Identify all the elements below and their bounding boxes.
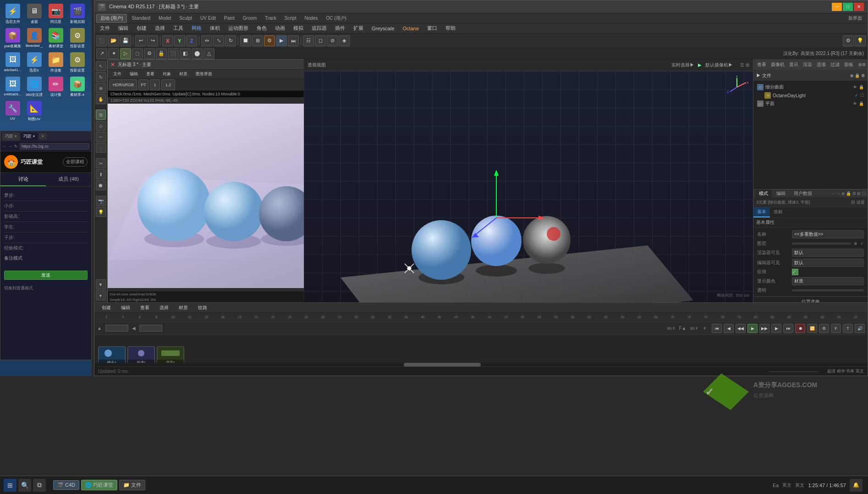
move-btn[interactable]: ⇔ (201, 35, 212, 46)
render-view-menu[interactable]: 查看 (143, 70, 158, 78)
tool-down-2[interactable]: ▾ (96, 290, 106, 300)
plane-lock[interactable]: 🔒 (859, 101, 864, 106)
z-axis[interactable]: Z (186, 35, 197, 46)
desktop-icon-9[interactable]: ⚡ 迅雷X (24, 51, 44, 74)
taskbar-explorer-btn[interactable]: 📁 文件 (119, 480, 145, 490)
deselect-btn[interactable]: ◻ (315, 35, 326, 46)
subtab-basic[interactable]: 基本 (753, 207, 770, 217)
tool-select[interactable]: ⊞ (96, 110, 106, 120)
render-all-btn[interactable]: ⏭ (288, 35, 299, 46)
groom-menu[interactable]: Groom (239, 15, 261, 22)
greyscale-menu[interactable]: Greyscale (368, 25, 398, 32)
tree-eye-icon[interactable]: 👁 (853, 85, 857, 89)
default-btn[interactable]: 回 设置 (851, 200, 865, 205)
oc-menu[interactable]: OC (用户) (322, 14, 350, 22)
render-object-menu[interactable]: 对象 (159, 70, 175, 78)
desktop-icon-bearded[interactable]: 👤 Bearded _ (24, 27, 44, 50)
desktop-icon-1[interactable]: 🖥 桌面 (24, 2, 44, 26)
desktop-icon-13[interactable]: 🌐 360全沉浸 (24, 75, 44, 99)
tools-menu[interactable]: 工具 (170, 24, 187, 33)
next-frame-btn[interactable]: ▶ (771, 324, 781, 333)
save-btn[interactable]: 💾 (120, 35, 131, 46)
undo-btn[interactable]: ↩ (135, 35, 146, 46)
redo-btn[interactable]: ↪ (147, 35, 158, 46)
tool-point[interactable]: · (96, 143, 106, 153)
back-icon[interactable]: ← (2, 144, 6, 149)
tree-item-subdivision[interactable]: ◇ 细分曲面 👁 🔒 (755, 83, 866, 91)
tool-camera[interactable]: 📷 (96, 196, 106, 206)
scale-btn[interactable]: ⤡ (213, 35, 224, 46)
sculpt-menu[interactable]: Sculpt (176, 15, 196, 22)
prop-tab-mode[interactable]: 模式 (755, 189, 772, 198)
simulate-menu[interactable]: 模拟 (290, 24, 307, 33)
y-axis[interactable]: Y (174, 35, 185, 46)
desktop-icon-0[interactable]: ⚡ 迅雷文件 (2, 2, 23, 26)
desktop-icon-16[interactable]: 🔧 UV (2, 100, 23, 123)
tool-edge[interactable]: ─ (96, 132, 106, 142)
tl-material-menu[interactable]: 材质 (175, 304, 192, 312)
right-display-menu[interactable]: 显示 (787, 61, 800, 68)
clip-1[interactable]: 镜头1 (98, 346, 126, 365)
desktop-icon-10[interactable]: 📁 作业集 (45, 51, 66, 74)
right-render-menu[interactable]: 渲染 (801, 61, 814, 68)
expand-menu[interactable]: 扩展 (350, 24, 367, 33)
sidebar-tab-members[interactable]: 成员 (48) (46, 173, 91, 186)
camera-label[interactable]: 默认摄像机▶ (705, 62, 733, 68)
current-frame-input[interactable]: 0 F (105, 325, 128, 332)
select-all-btn[interactable]: ☷ (303, 35, 314, 46)
octane-vis-btn[interactable]: ✓ (855, 93, 858, 98)
desktop-icon-14[interactable]: ✏ 设计集 (45, 75, 66, 99)
right-filter-menu[interactable]: 过滤 (829, 61, 841, 68)
tool-move[interactable]: ↖ (96, 61, 106, 71)
play-back-btn[interactable]: ◀◀ (736, 324, 746, 333)
desktop-icon-8[interactable]: 🖼 adc0a41... (2, 51, 23, 74)
invert-btn[interactable]: ⊘ (327, 35, 338, 46)
plugin-menu[interactable]: 插件 (331, 24, 349, 33)
desktop-icon-6[interactable]: 📚 素材课堂 (45, 27, 66, 50)
desktop-icon-12[interactable]: 🖼 e490a09... (2, 75, 23, 99)
name-value[interactable]: <<多重数值>> (792, 230, 864, 239)
render-edit-menu[interactable]: 编辑 (126, 70, 142, 78)
tool-extrude[interactable]: ⬆ (96, 169, 106, 179)
goto-start-btn[interactable]: ⏮ (712, 324, 722, 333)
nodes-menu[interactable]: Nodes (301, 15, 322, 22)
render-view-btn[interactable]: ▶ (276, 35, 287, 46)
new-btn[interactable]: ⬛ (96, 35, 107, 46)
rendervis-value[interactable]: 默认 (792, 249, 864, 257)
apply-checkbox[interactable]: ✓ (792, 269, 798, 275)
tracker-menu[interactable]: 追踪器 (308, 24, 330, 33)
tl-create-menu[interactable]: 创建 (98, 304, 115, 312)
notification-btn[interactable]: 🔔 (850, 479, 863, 492)
desktop-icon-15[interactable]: 📦 素材库-4 (67, 75, 88, 99)
tool-c[interactable]: ▷ (120, 48, 131, 59)
desktop-icon-3[interactable]: 🎬 影视后期 (67, 2, 88, 26)
time-btn[interactable]: T (843, 324, 853, 333)
tree-lock-icon[interactable]: 🔒 (859, 85, 864, 89)
record-btn[interactable]: ⏺ (795, 324, 805, 333)
paint-menu[interactable]: Paint (220, 15, 238, 22)
prev-frame-btn[interactable]: ◀ (724, 324, 734, 333)
right-options-menu[interactable]: 选项 (815, 61, 828, 68)
mograph-menu[interactable]: 运动图形 (225, 24, 252, 33)
render-scale[interactable]: 1.2 (161, 79, 175, 90)
browser-tab-new[interactable]: + (39, 133, 47, 139)
layer-check-icon[interactable]: ✓ (860, 241, 864, 246)
taskbar-ime[interactable]: 英文 (795, 482, 804, 488)
tool-d[interactable]: ◌ (132, 48, 143, 59)
forward-icon[interactable]: → (8, 144, 12, 149)
goto-end-btn[interactable]: ⏭ (783, 324, 793, 333)
play-forward-btn[interactable]: ▶▶ (759, 324, 769, 333)
create-menu[interactable]: 创建 (133, 24, 150, 33)
tool-h[interactable]: ◧ (180, 48, 191, 59)
start-button[interactable]: ⊞ (4, 479, 16, 492)
taskbar-c4d-btn[interactable]: 🎬 C4D (53, 480, 79, 490)
switch-mode-text[interactable]: 切换到普通模式 (0, 283, 91, 293)
fps-btn[interactable]: F (831, 324, 841, 333)
tool-i[interactable]: ⬤ (192, 48, 203, 59)
taskbar-browser-btn[interactable]: 🌐 巧匠课堂 (81, 480, 117, 490)
subtab-coord[interactable]: 坐标 (770, 207, 786, 217)
tl-texture-menu[interactable]: 纹路 (194, 304, 211, 312)
tool-bevel[interactable]: ⬟ (96, 180, 106, 190)
desktop-icon-17[interactable]: 📐 制图UV (24, 100, 44, 123)
layer-expand-icon[interactable]: ⊕ (854, 241, 857, 246)
